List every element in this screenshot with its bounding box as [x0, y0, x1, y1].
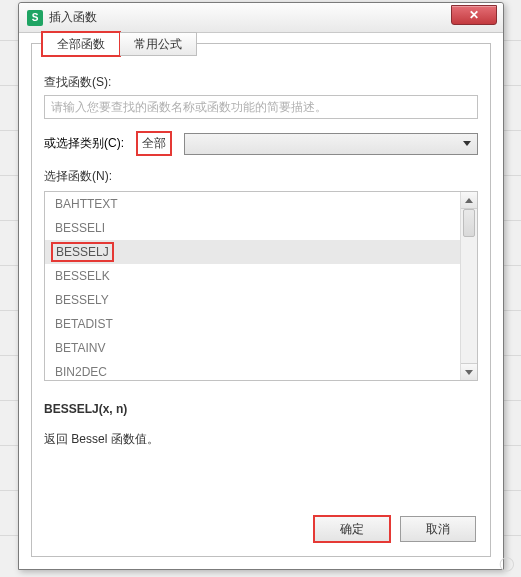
list-item[interactable]: BESSELK — [45, 264, 460, 288]
app-icon: S — [27, 10, 43, 26]
list-item-label: BAHTTEXT — [55, 197, 118, 211]
tabs: 全部函数 常用公式 — [42, 32, 197, 56]
search-input[interactable] — [44, 95, 478, 119]
scrollbar-thumb[interactable] — [463, 209, 475, 237]
close-button[interactable]: ✕ — [451, 5, 497, 25]
list-item[interactable]: BETAINV — [45, 336, 460, 360]
tab-common-formula[interactable]: 常用公式 — [120, 32, 197, 56]
list-item-label: BETAINV — [55, 341, 105, 355]
insert-function-dialog: S 插入函数 ✕ 全部函数 常用公式 查找函数(S): 或选择类别(C): 全部 — [18, 2, 504, 570]
category-value: 全部 — [142, 136, 166, 150]
button-label: 确定 — [340, 521, 364, 538]
window-title: 插入函数 — [49, 9, 451, 26]
button-row: 确定 取消 — [314, 516, 476, 542]
function-listbox: BAHTTEXTBESSELIBESSELJBESSELKBESSELYBETA… — [44, 191, 478, 381]
list-item-label: BESSELK — [55, 269, 110, 283]
list-item[interactable]: BESSELI — [45, 216, 460, 240]
function-list[interactable]: BAHTTEXTBESSELIBESSELJBESSELKBESSELYBETA… — [45, 192, 460, 380]
list-item[interactable]: BAHTTEXT — [45, 192, 460, 216]
list-item[interactable]: BESSELY — [45, 288, 460, 312]
chevron-down-icon — [465, 370, 473, 375]
list-item[interactable]: BESSELJ — [45, 240, 460, 264]
function-list-label: 选择函数(N): — [44, 168, 478, 185]
list-item-label: BIN2DEC — [55, 365, 107, 379]
category-value-highlight: 全部 — [136, 131, 172, 156]
titlebar[interactable]: S 插入函数 ✕ — [19, 3, 503, 33]
list-item[interactable]: BIN2DEC — [45, 360, 460, 380]
scroll-down-button[interactable] — [461, 363, 477, 380]
scrollbar[interactable] — [460, 192, 477, 380]
list-item[interactable]: BETADIST — [45, 312, 460, 336]
search-label: 查找函数(S): — [44, 74, 478, 91]
list-item-label: BESSELI — [55, 221, 105, 235]
description-area: BESSELJ(x, n) 返回 Bessel 函数值。 — [44, 399, 478, 450]
ok-button[interactable]: 确定 — [314, 516, 390, 542]
function-description: 返回 Bessel 函数值。 — [44, 429, 478, 449]
tab-label: 全部函数 — [57, 36, 105, 53]
list-item-label: BETADIST — [55, 317, 113, 331]
tab-all-functions[interactable]: 全部函数 — [42, 32, 120, 56]
body-area: 查找函数(S): 或选择类别(C): 全部 选择函数(N): BAHTTEXTB… — [44, 68, 478, 500]
function-signature: BESSELJ(x, n) — [44, 399, 478, 419]
chevron-down-icon — [463, 141, 471, 146]
category-label: 或选择类别(C): — [44, 135, 124, 152]
tab-label: 常用公式 — [134, 36, 182, 53]
button-label: 取消 — [426, 521, 450, 538]
scroll-up-button[interactable] — [461, 192, 477, 209]
content-frame: 全部函数 常用公式 查找函数(S): 或选择类别(C): 全部 选择函数(N):… — [31, 43, 491, 557]
close-icon: ✕ — [469, 8, 479, 22]
cancel-button[interactable]: 取消 — [400, 516, 476, 542]
chevron-up-icon — [465, 198, 473, 203]
category-select[interactable] — [184, 133, 478, 155]
list-item-label: BESSELJ — [51, 242, 114, 262]
list-item-label: BESSELY — [55, 293, 109, 307]
